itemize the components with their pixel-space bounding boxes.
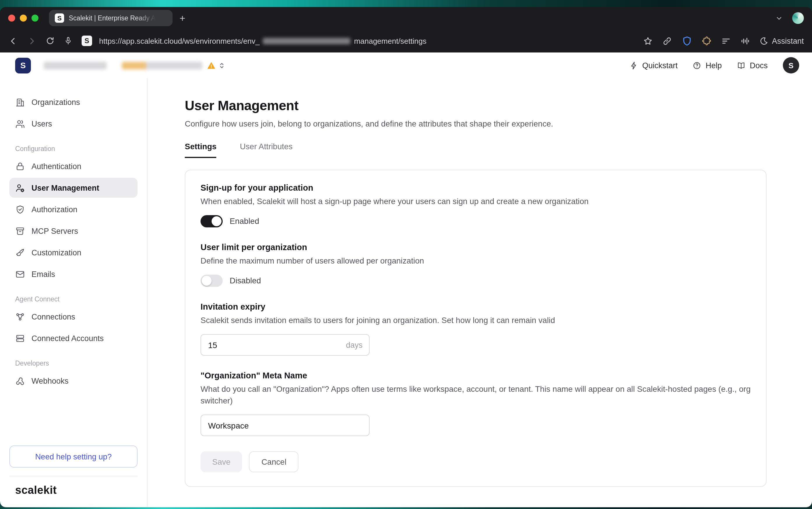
main-content: User Management Configure how users join… [147,78,812,507]
sidebar-section-agent-connect: Agent Connect [15,296,138,303]
sidebar-item-label: Emails [32,270,55,278]
copy-link-icon[interactable] [662,36,672,46]
back-button[interactable] [8,36,18,46]
new-tab-button[interactable]: + [180,13,185,23]
sidebar-item-emails[interactable]: Emails [9,264,138,284]
tab-user-attributes[interactable]: User Attributes [240,142,293,158]
sidebar-item-label: Authentication [32,162,81,171]
sidebar-item-label: Users [32,119,52,128]
setting-invitation-expiry: Invitation expiry Scalekit sends invitat… [201,302,751,355]
save-button[interactable]: Save [201,451,242,472]
assistant-button[interactable]: Assistant [760,36,804,45]
quickstart-label: Quickstart [642,61,678,70]
stacked-cards-icon [15,333,25,343]
sidebar-item-users[interactable]: Users [9,114,138,134]
assistant-icon [760,36,768,45]
server-box-icon [15,226,25,236]
url-prefix: https://app.scalekit.cloud/ws/environmen… [99,36,260,45]
tab-bar: Settings User Attributes [185,142,767,158]
setting-title: Invitation expiry [201,302,751,311]
browser-toolbar: S https://app.scalekit.cloud/ws/environm… [0,29,812,53]
sidebar-item-customization[interactable]: Customization [9,242,138,262]
adblock-shield-extension-icon[interactable] [681,35,693,46]
desktop-wallpaper: S Scalekit | Enterprise Ready A + [0,0,812,509]
sidebar-item-connections[interactable]: Connections [9,307,138,327]
invitation-expiry-input[interactable] [201,334,369,355]
help-button[interactable]: Help [693,61,722,70]
address-bar[interactable]: S https://app.scalekit.cloud/ws/environm… [82,36,426,46]
window-controls [8,14,38,22]
sidebar-item-label: MCP Servers [32,227,78,235]
forward-button[interactable] [27,36,37,46]
quickstart-button[interactable]: Quickstart [629,61,678,70]
scalekit-wordmark: scalekit [15,484,57,496]
sidebar-item-label: Organizations [32,98,80,106]
docs-button[interactable]: Docs [737,61,768,70]
settings-card: Sign-up for your application When enable… [185,170,767,487]
sidebar-item-connected-accounts[interactable]: Connected Accounts [9,328,138,348]
reload-button[interactable] [45,36,55,45]
reading-list-icon[interactable] [721,36,731,46]
tab-settings[interactable]: Settings [185,142,217,158]
zoom-window-button[interactable] [32,14,38,22]
user-limit-toggle[interactable] [201,275,223,287]
bookmark-star-icon[interactable] [643,36,653,46]
sidebar-item-label: Authorization [32,205,77,214]
sidebar-item-label: User Management [32,183,99,192]
browser-tab-strip: S Scalekit | Enterprise Ready A + [0,7,812,29]
scalekit-logo: S [15,58,31,73]
sidebar-section-developers: Developers [15,360,138,367]
signup-toggle[interactable] [201,215,223,227]
tab-title: Scalekit | Enterprise Ready A [69,14,155,22]
user-limit-toggle-label: Disabled [230,276,261,285]
setting-description: Define the maximum number of users allow… [201,256,751,267]
browser-profile-avatar[interactable] [792,12,804,24]
shield-check-icon [15,204,25,214]
invitation-expiry-unit: days [346,340,362,349]
browser-window: S Scalekit | Enterprise Ready A + [0,7,812,507]
sidebar-item-label: Connections [32,312,75,321]
sidebar-item-user-management[interactable]: User Management [9,178,138,198]
site-favicon: S [82,36,92,46]
browser-tab[interactable]: S Scalekit | Enterprise Ready A [49,10,173,26]
voice-search-icon[interactable] [64,36,73,45]
setting-user-limit: User limit per organization Define the m… [201,242,751,287]
sidebar-item-authentication[interactable]: Authentication [9,156,138,176]
warning-icon [207,61,216,70]
setting-description: What do you call an "Organization"? Apps… [201,384,751,407]
waveform-icon[interactable] [740,36,750,46]
users-icon [15,118,25,129]
network-nodes-icon [15,312,25,321]
page-title: User Management [185,98,767,114]
webhook-icon [15,376,25,386]
environment-switcher-chevrons[interactable] [218,61,225,70]
brush-icon [15,247,25,258]
sidebar: Organizations Users Configuration Auth [0,78,147,507]
page-subtitle: Configure how users join, belong to orga… [185,120,767,128]
setting-description: When enabled, Scalekit will host a sign-… [201,196,751,208]
sidebar-footer: scalekit [9,476,138,498]
redacted-workspace-name [44,62,107,69]
sidebar-item-label: Connected Accounts [32,334,104,343]
minimize-window-button[interactable] [20,14,27,22]
sidebar-item-mcp-servers[interactable]: MCP Servers [9,221,138,241]
sidebar-item-webhooks[interactable]: Webhooks [9,371,138,391]
cancel-button[interactable]: Cancel [249,451,299,472]
redacted-environment-name [122,62,202,69]
user-avatar[interactable]: S [783,57,799,73]
puzzle-extension-icon[interactable] [702,36,712,46]
org-meta-name-input[interactable] [201,414,369,436]
docs-label: Docs [750,61,768,70]
setting-title: Sign-up for your application [201,183,751,193]
sidebar-item-authorization[interactable]: Authorization [9,199,138,219]
sidebar-item-organizations[interactable]: Organizations [9,92,138,112]
scalekit-app: S Quickstart [0,53,812,507]
close-window-button[interactable] [8,14,15,22]
tab-favicon: S [55,13,64,23]
tab-search-chevron-icon[interactable] [775,14,783,22]
lock-icon [15,161,25,171]
sidebar-item-label: Customization [32,248,81,257]
help-label: Help [706,61,722,70]
need-help-button[interactable]: Need help setting up? [9,445,138,468]
setting-org-meta-name: "Organization" Meta Name What do you cal… [201,371,751,436]
